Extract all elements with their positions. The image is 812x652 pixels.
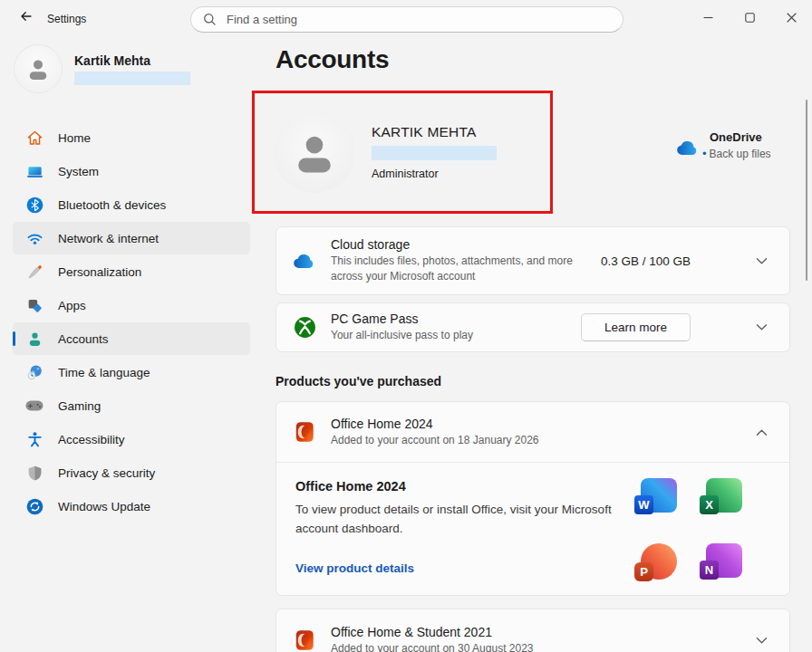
powerpoint-icon: P [641, 543, 677, 580]
sidebar-item-accounts[interactable]: Accounts [13, 322, 250, 355]
user-name: Kartik Mehta [74, 53, 190, 68]
privacy-icon [25, 464, 44, 482]
sidebar-item-privacy-security[interactable]: Privacy & security [13, 456, 250, 489]
vertical-scrollbar-thumb[interactable] [806, 100, 807, 281]
product-detail-title: Office Home 2024 [295, 479, 406, 494]
divider [276, 462, 789, 463]
sidebar-item-label: Windows Update [58, 500, 150, 513]
sidebar-user-chip[interactable]: Kartik Mehta [0, 36, 263, 92]
onedrive-backup-link[interactable]: •Back up files [702, 147, 771, 160]
minimize-button[interactable] [687, 0, 729, 36]
sidebar-item-label: Time & language [58, 366, 150, 379]
close-icon [787, 10, 797, 26]
bluetooth-icon [25, 196, 44, 214]
onedrive-text: OneDrive •Back up files [710, 130, 771, 160]
office-2024-text: Office Home 2024 Added to your account o… [331, 417, 743, 448]
onedrive-cloud-icon [674, 139, 701, 160]
account-summary-red-annotation: KARTIK MEHTA Administrator [252, 91, 553, 214]
office-2024-card: Office Home 2024 Added to your account o… [276, 401, 790, 596]
sidebar-item-label: Home [58, 131, 91, 145]
titlebar: Settings [0, 0, 812, 36]
page-title: Accounts [276, 45, 389, 74]
products-section-heading: Products you've purchased [276, 374, 441, 388]
office-2024-header[interactable]: Office Home 2024 Added to your account o… [276, 402, 789, 462]
user-info: Kartik Mehta [74, 53, 190, 85]
sidebar-item-label: Personalization [58, 265, 141, 279]
onenote-icon: N [706, 543, 742, 578]
chevron-down-icon[interactable] [756, 323, 768, 331]
search-icon [203, 13, 217, 26]
powerpoint-badge: P [634, 562, 653, 581]
sidebar-item-label: Apps [58, 299, 86, 312]
maximize-icon [745, 10, 755, 26]
card-title: PC Game Pass [331, 312, 568, 326]
sidebar-item-apps[interactable]: Apps [13, 289, 250, 321]
account-role: Administrator [372, 168, 497, 180]
apps-icon [25, 296, 44, 314]
sidebar-item-label: Gaming [58, 399, 101, 413]
personalization-icon [25, 263, 44, 281]
sidebar-item-label: Privacy & security [58, 466, 155, 480]
onenote-badge: N [700, 561, 719, 580]
status-bullet: • [702, 147, 707, 160]
office-2021-card: Office Home & Student 2021 Added to your… [276, 609, 790, 652]
sidebar-item-network-internet[interactable]: Network & internet [13, 222, 250, 254]
minimize-icon [703, 10, 713, 26]
game-pass-card: PC Game Pass Your all-inclusive pass to … [276, 302, 790, 352]
cloud-storage-text: Cloud storage This includes files, photo… [331, 237, 588, 284]
chevron-down-icon[interactable] [756, 637, 768, 645]
view-product-details-link[interactable]: View product details [295, 561, 414, 575]
product-title: Office Home & Student 2021 [331, 625, 743, 639]
product-detail-description: To view product details or install Offic… [295, 501, 640, 539]
time-language-icon [25, 363, 44, 381]
close-button[interactable] [770, 0, 812, 36]
chevron-down-icon[interactable] [756, 257, 768, 265]
maximize-button[interactable] [729, 0, 770, 36]
sidebar-item-bluetooth-devices[interactable]: Bluetooth & devices [13, 188, 250, 221]
sidebar-item-windows-update[interactable]: Windows Update [13, 490, 250, 523]
word-badge: W [634, 495, 653, 514]
back-button[interactable] [13, 6, 40, 30]
account-avatar-icon [274, 111, 355, 193]
product-title: Office Home 2024 [331, 417, 743, 431]
sidebar-item-label: Accessibility [58, 433, 125, 446]
window-controls [687, 0, 812, 36]
app-title: Settings [47, 13, 86, 25]
sidebar-item-accessibility[interactable]: Accessibility [13, 423, 250, 455]
game-pass-row: PC Game Pass Your all-inclusive pass to … [276, 303, 789, 351]
storage-usage-value: 0.3 GB / 100 GB [601, 254, 691, 268]
sidebar: Kartik Mehta Home System Bluetooth & dev… [0, 36, 263, 652]
sidebar-item-personalization[interactable]: Personalization [13, 255, 250, 288]
office-2021-header[interactable]: Office Home & Student 2021 Added to your… [276, 609, 789, 652]
search-input[interactable] [225, 12, 611, 27]
excel-badge: X [700, 495, 719, 514]
chevron-up-icon[interactable] [756, 428, 768, 436]
sidebar-item-time-language[interactable]: Time & language [13, 356, 250, 388]
gaming-icon [25, 397, 44, 415]
network-icon [25, 229, 44, 247]
sidebar-item-label: Accounts [58, 332, 109, 346]
sidebar-item-label: Network & internet [58, 232, 159, 245]
system-icon [25, 162, 44, 180]
office-2021-text: Office Home & Student 2021 Added to your… [331, 625, 743, 652]
cloud-storage-row: Cloud storage This includes files, photo… [276, 227, 789, 294]
user-email-redaction [74, 72, 190, 85]
sidebar-item-gaming[interactable]: Gaming [13, 389, 250, 422]
sidebar-item-label: System [58, 165, 99, 178]
xbox-icon [291, 316, 318, 339]
sidebar-nav: Home System Bluetooth & devices Network … [0, 121, 263, 523]
home-icon [25, 129, 44, 147]
cloud-storage-card: Cloud storage This includes files, photo… [276, 226, 790, 295]
learn-more-button[interactable]: Learn more [581, 313, 691, 341]
accessibility-icon [25, 430, 44, 448]
sidebar-item-label: Bluetooth & devices [58, 198, 166, 212]
onedrive-status-block: OneDrive •Back up files [674, 130, 771, 160]
sidebar-item-system[interactable]: System [13, 155, 250, 187]
back-arrow-icon [19, 9, 34, 27]
game-pass-text: PC Game Pass Your all-inclusive pass to … [331, 312, 568, 343]
product-subtitle: Added to your account on 30 August 2023 [331, 641, 639, 652]
sidebar-item-home[interactable]: Home [13, 121, 250, 154]
card-subtitle: Your all-inclusive pass to play [331, 328, 568, 343]
office-icon [291, 628, 318, 652]
search-box[interactable] [190, 6, 624, 33]
